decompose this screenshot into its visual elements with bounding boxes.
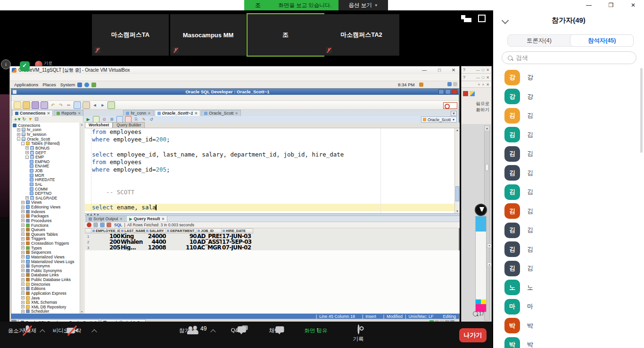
leave-button[interactable]: 나가기: [459, 328, 487, 342]
tree-expander[interactable]: +: [21, 291, 25, 295]
filter-icon[interactable]: ▼: [28, 117, 33, 122]
tree-scrollbar[interactable]: ▲▼: [80, 123, 83, 314]
tab-oracle-scott-1[interactable]: Oracle_Scott~1✕: [155, 110, 201, 116]
tab-query-result[interactable]: ▶ Query Result✕: [126, 215, 167, 222]
participant-row[interactable]: 마 마: [493, 297, 644, 316]
tree-node[interactable]: Connections: [11, 123, 83, 128]
refresh-icon[interactable]: ↻: [22, 117, 26, 122]
tab-overflow-button[interactable]: ▼: [451, 111, 457, 116]
tree-expander[interactable]: +: [21, 287, 25, 290]
tree-node[interactable]: + Materialized Views: [11, 255, 83, 259]
epic-pen-logo[interactable]: [475, 204, 487, 216]
tree-node[interactable]: - Tables (Filtered): [11, 141, 83, 146]
add-connection-icon[interactable]: ＋▾: [13, 117, 20, 122]
result-grid[interactable]: 1100King2400090AD_PRES17-JUN-032200Whale…: [85, 233, 460, 250]
tree-node[interactable]: + Crossedition Triggers: [11, 241, 83, 246]
record-button[interactable]: 기록: [353, 325, 364, 343]
tree-expander[interactable]: +: [21, 305, 25, 308]
participant-row[interactable]: 김 김: [493, 125, 644, 145]
yellow-swatch[interactable]: [481, 299, 486, 304]
tree-node[interactable]: + Synonyms: [11, 264, 83, 268]
tree-node[interactable]: COMM: [11, 187, 83, 191]
gnome-help-icon[interactable]: [91, 83, 96, 87]
fullscreen-icon[interactable]: [478, 15, 486, 22]
magnifier-control[interactable]: 17: [473, 309, 487, 318]
tab-hr-conn[interactable]: hr_conn✕: [123, 110, 153, 116]
tree-node[interactable]: DEPTNO: [11, 191, 83, 196]
tree-node[interactable]: ENAME: [11, 164, 83, 169]
gnome-menu-applications[interactable]: Applications: [14, 82, 38, 87]
cyan-swatch[interactable]: [476, 299, 481, 304]
tree-node[interactable]: + Directories: [11, 282, 83, 287]
tree-node[interactable]: + Procedures: [11, 218, 83, 223]
participant-row[interactable]: 강 강: [493, 68, 644, 87]
tree-expander[interactable]: -: [25, 156, 29, 159]
save-icon[interactable]: [32, 101, 39, 109]
unshared-worksheet-icon[interactable]: ⎘: [133, 116, 139, 122]
participants-button[interactable]: 49 참가자: [179, 325, 196, 334]
paste-icon[interactable]: [83, 101, 90, 109]
tree-node[interactable]: + Queues: [11, 227, 83, 232]
gnome-menu-system[interactable]: System: [60, 82, 75, 87]
tree-expander[interactable]: +: [17, 133, 20, 136]
forward-icon[interactable]: ►: [99, 102, 106, 108]
rollback-icon[interactable]: [125, 116, 132, 123]
tree-node[interactable]: + Triggers: [11, 237, 83, 241]
back-icon[interactable]: ◄: [91, 102, 98, 108]
participant-row[interactable]: 김 김: [493, 259, 644, 278]
tab-query-builder[interactable]: Query Builder: [113, 122, 145, 128]
gnome-browser-icon[interactable]: [84, 83, 89, 87]
tree-expander[interactable]: -: [21, 142, 25, 145]
tree-expander[interactable]: +: [21, 273, 25, 277]
mic-options-chevron-icon[interactable]: [40, 329, 45, 334]
participant-list-scrollbar[interactable]: [640, 68, 643, 153]
connection-selector[interactable]: Oracle_Scott▼: [421, 116, 457, 123]
start-video-button[interactable]: 비디오 시작: [53, 325, 82, 334]
commit-icon[interactable]: [116, 116, 123, 123]
tab-attendees[interactable]: 참석자(45): [570, 34, 634, 47]
vbox-maximize-button[interactable]: □: [433, 67, 446, 73]
spinner-up[interactable]: ▴: [487, 262, 492, 267]
qna-button[interactable]: Q&A: [231, 325, 242, 333]
tree-expander[interactable]: +: [21, 232, 25, 236]
tree-node[interactable]: + XML DB Repository: [11, 305, 83, 309]
tree-node[interactable]: + Queues Tables: [11, 232, 83, 237]
tree-expander[interactable]: +: [21, 255, 25, 258]
explain-plan-icon[interactable]: ⊞: [109, 116, 115, 122]
participant-row[interactable]: 강 강: [493, 87, 644, 107]
participant-row[interactable]: 김 김: [493, 106, 644, 125]
tree-node[interactable]: + Sequences: [11, 250, 83, 255]
participant-row[interactable]: 박 박: [493, 316, 644, 336]
tree-node[interactable]: - Oracle_Scott: [11, 137, 83, 141]
tree-node[interactable]: + hr_conn: [11, 128, 83, 133]
tree-expander[interactable]: +: [21, 301, 25, 304]
scrollbar-thumb[interactable]: [455, 186, 459, 201]
tree-expander[interactable]: +: [21, 224, 25, 227]
tree-expander[interactable]: +: [17, 128, 20, 132]
compile-icon[interactable]: [107, 101, 115, 109]
pin-icon[interactable]: [87, 223, 91, 227]
tree-expander[interactable]: -: [17, 137, 20, 141]
minimize-button[interactable]: —: [581, 0, 597, 10]
collapse-all-icon[interactable]: ⊟: [34, 117, 38, 122]
tree-node[interactable]: SAL: [11, 182, 83, 187]
tree-node[interactable]: EMPNO: [11, 159, 83, 164]
participants-chevron-icon[interactable]: [210, 329, 215, 334]
vbox-close-button[interactable]: ✕: [447, 67, 460, 73]
participant-row[interactable]: 노 노: [493, 278, 644, 298]
tree-node[interactable]: + Views: [11, 200, 83, 205]
save-all-icon[interactable]: [41, 101, 48, 109]
participant-row[interactable]: 김 김: [493, 144, 644, 164]
sqldev-search-box[interactable]: [443, 102, 457, 109]
participant-row[interactable]: 김 김: [493, 182, 644, 202]
virtualbox-titlebar[interactable]: OracleVM_11gSQLT [실행 중] - Oracle VM Virt…: [10, 66, 459, 75]
tree-node[interactable]: HIREDATE: [11, 178, 83, 182]
run-script-icon[interactable]: [93, 116, 99, 123]
tree-node[interactable]: + DEPT: [11, 150, 83, 155]
gnome-menu-places[interactable]: Places: [42, 82, 56, 87]
speaker-icon[interactable]: [419, 83, 423, 87]
sql-editor[interactable]: from employeeswhere employee_id=200;sele…: [85, 128, 454, 213]
tree-expander[interactable]: +: [25, 196, 29, 199]
unmute-button[interactable]: 음소거 해제: [8, 325, 37, 334]
tree-node[interactable]: + Indexes: [11, 209, 83, 214]
